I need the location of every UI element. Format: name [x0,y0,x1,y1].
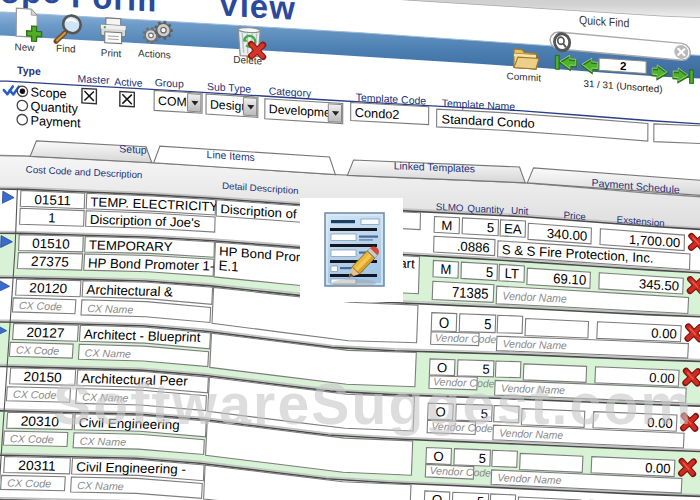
svg-text:Master: Master [78,73,110,86]
svg-text:O: O [433,449,444,464]
svg-text:CX Code: CX Code [7,477,52,490]
svg-text:Payment: Payment [30,113,81,131]
svg-text:Active: Active [114,76,143,89]
svg-text:Vendor Name: Vendor Name [502,338,567,351]
svg-text:5: 5 [478,451,486,466]
svg-text:Find: Find [56,42,75,54]
svg-text:0.00: 0.00 [651,326,677,342]
svg-text:5: 5 [486,264,494,280]
svg-text:5: 5 [487,220,495,235]
svg-text:.0886: .0886 [457,239,490,256]
svg-text:O: O [432,492,443,500]
svg-text:Group: Group [155,77,184,90]
svg-text:Quantity: Quantity [467,203,504,216]
svg-text:View: View [217,0,295,27]
svg-text:CX Name: CX Name [77,479,124,492]
svg-text:CX Name: CX Name [84,347,131,360]
svg-text:M: M [440,261,451,277]
svg-text:M: M [441,218,452,234]
svg-text:Setup: Setup [119,143,147,155]
svg-text:5: 5 [484,315,492,332]
svg-text:Commit: Commit [507,70,542,83]
svg-text:CX Code: CX Code [13,388,57,401]
svg-text:Delete: Delete [233,54,262,67]
svg-text:5: 5 [477,495,485,500]
svg-text:Price: Price [563,209,586,222]
svg-text:LT: LT [504,265,519,281]
svg-text:20127: 20127 [26,325,65,341]
svg-text:CX Code: CX Code [19,299,63,312]
svg-text:01510: 01510 [32,236,70,252]
svg-text:2: 2 [620,60,626,72]
svg-text:Vendor Code: Vendor Code [435,332,497,345]
svg-text:20120: 20120 [29,280,68,296]
svg-text:CX Code: CX Code [16,344,60,357]
svg-text:1: 1 [48,210,56,225]
svg-text:COM: COM [158,94,187,110]
svg-text:Unit: Unit [511,205,529,217]
svg-text:0.00: 0.00 [645,460,671,476]
svg-text:SoftwareSuggest.com: SoftwareSuggest.com [53,372,693,436]
svg-text:HP Bond Promoter 1-: HP Bond Promoter 1- [88,255,215,273]
svg-text:69.10: 69.10 [553,271,587,288]
svg-text:TEMPORARY: TEMPORARY [89,237,173,254]
svg-text:27375: 27375 [31,254,70,270]
svg-text:EA: EA [504,221,522,237]
svg-text:Civil Engineering -: Civil Engineering - [76,459,187,476]
svg-text:E.1: E.1 [218,258,239,275]
svg-text:New: New [15,41,36,53]
svg-text:Type: Type [17,65,41,77]
svg-text:CX Code: CX Code [10,432,55,445]
svg-text:Condo2: Condo2 [355,105,400,122]
svg-text:340.00: 340.00 [547,226,588,244]
svg-text:345.50: 345.50 [639,276,680,294]
svg-text:71385: 71385 [452,283,490,302]
svg-text:Architectural &: Architectural & [86,282,173,299]
svg-text:Print: Print [101,47,122,59]
svg-text:01511: 01511 [34,192,71,208]
svg-text:CX Name: CX Name [87,302,134,315]
svg-text:Actions: Actions [138,48,171,61]
svg-text:SLMO: SLMO [436,201,464,213]
svg-text:O: O [439,314,450,331]
svg-text:CX Name: CX Name [79,435,126,448]
svg-text:20311: 20311 [18,458,56,474]
svg-text:Design: Design [210,97,248,113]
